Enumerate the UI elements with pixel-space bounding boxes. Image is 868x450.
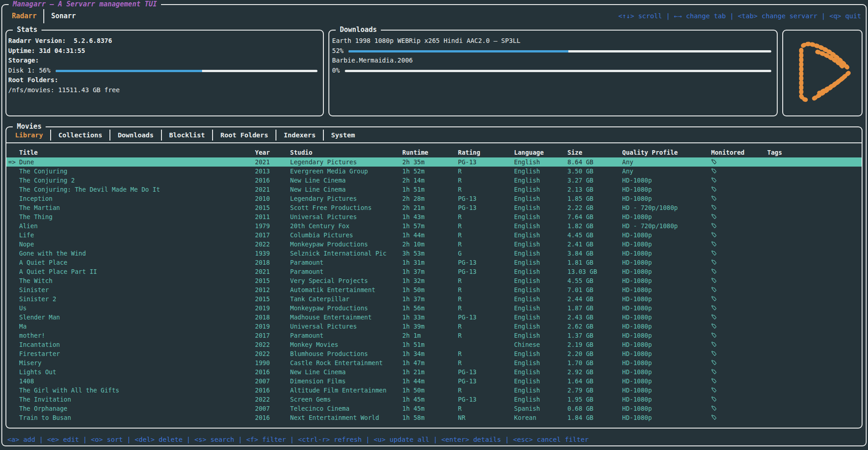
tag-icon — [711, 414, 717, 421]
tag-icon — [711, 250, 717, 256]
movies-tab-system[interactable]: System — [324, 131, 362, 139]
servarr-tab-radarr[interactable]: Radarr — [5, 12, 43, 20]
movie-row[interactable]: 1408 2007 Dimension Films 1h 44m PG-13 E… — [6, 377, 862, 386]
movie-monitored-cell — [711, 367, 767, 377]
movie-row[interactable]: Incantation 2022 Monkey Movies 1h 51m Ch… — [6, 340, 862, 349]
movie-year-cell: 1939 — [255, 249, 290, 258]
servarr-tab-sonarr[interactable]: Sonarr — [44, 12, 83, 20]
download-progress-fill — [348, 50, 568, 52]
movie-monitored-cell — [711, 194, 767, 203]
movie-monitored-cell — [711, 331, 767, 340]
movie-row[interactable]: The Martian 2015 Scott Free Productions … — [6, 203, 862, 212]
movie-studio-cell: Castle Rock Entertainment — [290, 358, 402, 367]
radarr-version-value: 5.2.6.8376 — [73, 36, 112, 46]
movie-rating-cell: R — [458, 285, 514, 294]
movie-title-cell: Dune — [19, 157, 255, 167]
movie-row[interactable]: Us 2019 Monkeypaw Productions 1h 56m R E… — [6, 303, 862, 313]
tag-icon — [711, 195, 717, 202]
movie-row[interactable]: Slender Man 2018 Madhouse Entertainment … — [6, 313, 862, 322]
tag-icon — [711, 341, 717, 348]
movie-year-cell: 2017 — [255, 230, 290, 240]
movie-title-cell: Sinister — [19, 285, 255, 294]
movie-row[interactable]: The Orphanage 2007 Telecinco Cinema 1h 4… — [6, 404, 862, 413]
movie-runtime-cell: 1h 31m — [402, 258, 458, 267]
movie-row[interactable]: The Invitation 2022 Screen Gems 1h 45m P… — [6, 395, 862, 404]
movies-tab-library[interactable]: Library — [8, 131, 50, 139]
movie-monitored-cell — [711, 203, 767, 212]
movie-language-cell: English — [514, 377, 567, 386]
movie-row[interactable]: Lights Out 2016 New Line Cinema 1h 21m P… — [6, 367, 862, 377]
movie-size-cell: 8.64 GB — [567, 157, 622, 167]
movies-tab-blocklist[interactable]: Blocklist — [162, 131, 213, 139]
movie-title-cell: 1408 — [19, 377, 255, 386]
movie-row[interactable]: mother! 2017 Paramount 2h 1m R English 1… — [6, 331, 862, 340]
movie-row[interactable]: Alien 1979 20th Century Fox 1h 57m R Eng… — [6, 221, 862, 230]
movie-size-cell: 1.85 GB — [567, 194, 622, 203]
movie-language-cell: English — [514, 176, 567, 185]
movie-title-cell: Firestarter — [19, 349, 255, 358]
movies-tabbar: LibraryCollectionsDownloadsBlocklistRoot… — [6, 127, 862, 143]
movie-year-cell: 2019 — [255, 303, 290, 313]
movie-rating-cell: R — [458, 240, 514, 249]
movie-row[interactable]: Inception 2010 Legendary Pictures 2h 28m… — [6, 194, 862, 203]
movie-row[interactable]: The Conjuring: The Devil Made Me Do It 2… — [6, 185, 862, 194]
movie-title-cell: Us — [19, 303, 255, 313]
movie-row[interactable]: A Quiet Place Part II 2021 Paramount 1h … — [6, 267, 862, 276]
movie-size-cell: 1.82 GB — [567, 221, 622, 230]
movie-language-cell: English — [514, 221, 567, 230]
movie-quality-profile-cell: HD-1080p — [622, 395, 711, 404]
movie-language-cell: English — [514, 157, 567, 167]
movie-monitored-cell — [711, 221, 767, 230]
movie-title-cell: Inception — [19, 194, 255, 203]
movie-size-cell: 1.95 GB — [567, 395, 622, 404]
download-item-progress-row: 52% — [332, 46, 771, 56]
movies-tab-collections[interactable]: Collections — [51, 131, 109, 139]
movie-quality-profile-cell: HD-1080p — [622, 240, 711, 249]
root-folders-label: Root Folders: — [8, 75, 58, 85]
movie-monitored-cell — [711, 258, 767, 267]
movie-row[interactable]: The Conjuring 2 2016 New Line Cinema 2h … — [6, 176, 862, 185]
movie-year-cell: 2022 — [255, 340, 290, 349]
servarr-tabs: RadarrSonarr<↑↓> scroll | ←→ change tab … — [5, 9, 861, 23]
movie-title-cell: The Thing — [19, 212, 255, 221]
movie-runtime-cell: 1h 45m — [402, 404, 458, 413]
movie-row[interactable]: The Conjuring 2013 Evergreen Media Group… — [6, 167, 862, 176]
movie-row[interactable]: The Witch 2015 Very Special Projects 1h … — [6, 276, 862, 285]
tag-icon — [711, 159, 717, 165]
movie-row[interactable]: Misery 1990 Castle Rock Entertainment 1h… — [6, 358, 862, 367]
movie-row[interactable]: Gone with the Wind 1939 Selznick Interna… — [6, 249, 862, 258]
movie-monitored-cell — [711, 157, 767, 167]
movie-language-cell: English — [514, 230, 567, 240]
movie-row[interactable]: Nope 2022 Monkeypaw Productions 2h 10m R… — [6, 240, 862, 249]
movie-row[interactable]: Sinister 2 2015 Tank Caterpillar 1h 37m … — [6, 294, 862, 303]
movie-row[interactable]: Life 2017 Columbia Pictures 1h 44m R Eng… — [6, 230, 862, 240]
movie-row[interactable]: Sinister 2012 Automatik Entertainment 1h… — [6, 285, 862, 294]
column-header-monitored: Monitored — [711, 147, 767, 157]
movie-size-cell: 7.64 GB — [567, 212, 622, 221]
movie-rating-cell: NR — [458, 413, 514, 422]
movie-monitored-cell — [711, 313, 767, 322]
movie-title-cell: Alien — [19, 221, 255, 230]
movie-row[interactable]: Ma 2019 Universal Pictures 1h 39m R Engl… — [6, 322, 862, 331]
logo-panel — [782, 30, 863, 116]
column-header-title: Title — [19, 147, 255, 157]
movies-tab-downloads[interactable]: Downloads — [110, 131, 161, 139]
movies-tab-root-folders[interactable]: Root Folders — [213, 131, 275, 139]
movie-row[interactable]: Train to Busan 2016 Next Entertainment W… — [6, 413, 862, 422]
movie-size-cell: 2.62 GB — [567, 322, 622, 331]
movies-tab-indexers[interactable]: Indexers — [276, 131, 323, 139]
movie-year-cell: 2016 — [255, 413, 290, 422]
movie-runtime-cell: 1h 50m — [402, 285, 458, 294]
movie-language-cell: English — [514, 313, 567, 322]
movie-monitored-cell — [711, 276, 767, 285]
movie-quality-profile-cell: HD - 720p/1080p — [622, 221, 711, 230]
movie-row[interactable]: The Girl with All the Gifts 2016 Altitud… — [6, 386, 862, 395]
movie-row[interactable]: Firestarter 2022 Blumhouse Productions 1… — [6, 349, 862, 358]
movie-runtime-cell: 1h 32m — [402, 276, 458, 285]
movie-year-cell: 2007 — [255, 377, 290, 386]
movie-row[interactable]: A Quiet Place 2018 Paramount 1h 31m PG-1… — [6, 258, 862, 267]
movie-studio-cell: Monkey Movies — [290, 340, 402, 349]
movie-row[interactable]: The Thing 2011 Universal Pictures 1h 43m… — [6, 212, 862, 221]
movie-row[interactable]: => Dune 2021 Legendary Pictures 2h 35m P… — [6, 157, 862, 167]
movie-runtime-cell: 1h 51m — [402, 185, 458, 194]
